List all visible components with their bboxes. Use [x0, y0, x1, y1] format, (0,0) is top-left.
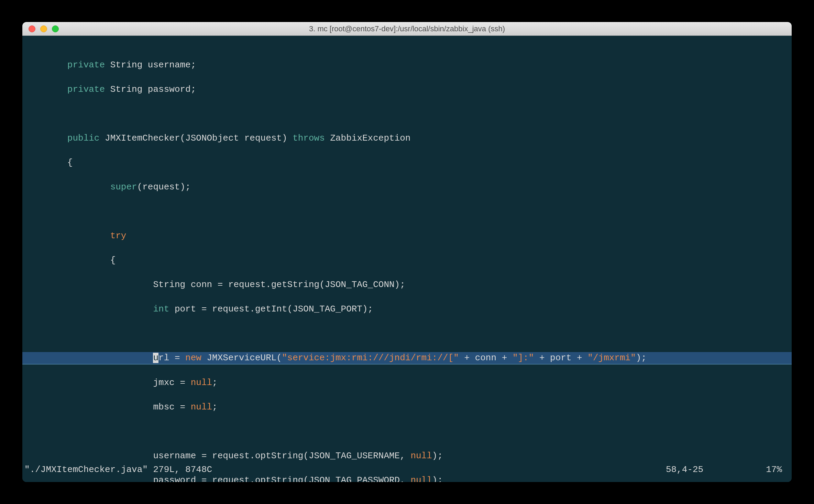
code-line: private String username;: [22, 59, 792, 72]
zoom-icon[interactable]: [52, 25, 59, 32]
code-line: String conn = request.getString(JSON_TAG…: [22, 279, 792, 291]
traffic-lights: [29, 25, 59, 32]
vim-statusbar: "./JMXItemChecker.java" 279L, 8748C 58,4…: [22, 464, 792, 476]
highlighted-line: url = new JMXServiceURL("service:jmx:rmi…: [22, 352, 792, 365]
cursor: u: [153, 353, 158, 363]
code-line: [22, 206, 792, 218]
status-scroll: 17%: [748, 464, 790, 476]
status-file: "./JMXItemChecker.java" 279L, 8748C: [24, 464, 666, 476]
code-line: [22, 328, 792, 340]
titlebar: 3. mc [root@centos7-dev]:/usr/local/sbin…: [22, 22, 792, 36]
close-icon[interactable]: [29, 25, 35, 32]
terminal-window: 3. mc [root@centos7-dev]:/usr/local/sbin…: [22, 22, 792, 482]
terminal-content[interactable]: private String username; private String …: [22, 36, 792, 482]
code-line: int port = request.getInt(JSON_TAG_PORT)…: [22, 303, 792, 316]
code-line: jmxc = null;: [22, 377, 792, 389]
status-position: 58,4-25: [666, 464, 748, 476]
code-line: username = request.optString(JSON_TAG_US…: [22, 450, 792, 462]
code-line: mbsc = null;: [22, 401, 792, 414]
code-line: {: [22, 157, 792, 169]
code-line: try: [22, 230, 792, 242]
code-line: [22, 108, 792, 120]
code-line: super(request);: [22, 181, 792, 194]
minimize-icon[interactable]: [40, 25, 47, 32]
code-line: [22, 426, 792, 438]
code-line: public JMXItemChecker(JSONObject request…: [22, 132, 792, 145]
window-title: 3. mc [root@centos7-dev]:/usr/local/sbin…: [22, 24, 792, 33]
code-line: {: [22, 254, 792, 267]
code-line: private String password;: [22, 84, 792, 96]
